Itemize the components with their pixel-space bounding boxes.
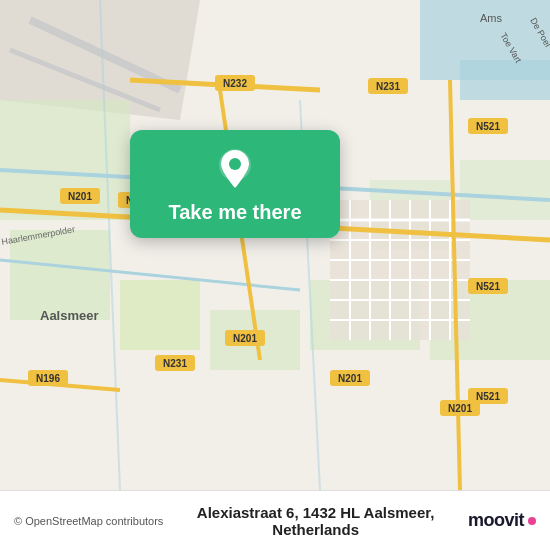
bottom-bar: © OpenStreetMap contributors Alexiastraa… (0, 490, 550, 550)
svg-text:Aalsmeer: Aalsmeer (40, 308, 99, 323)
popup-label: Take me there (168, 200, 301, 224)
svg-text:N521: N521 (476, 391, 500, 402)
svg-rect-13 (460, 160, 550, 220)
map-background: N232 N231 N231 N231 N201 N201 N201 N201 … (0, 0, 550, 490)
moovit-logo-text: moovit (468, 510, 524, 531)
svg-text:N201: N201 (68, 191, 92, 202)
svg-text:Ams: Ams (480, 12, 503, 24)
svg-text:N521: N521 (476, 281, 500, 292)
svg-text:N231: N231 (376, 81, 400, 92)
svg-rect-2 (460, 60, 550, 100)
moovit-logo: moovit (468, 510, 536, 531)
popup-card[interactable]: Take me there (130, 130, 340, 238)
svg-rect-7 (10, 230, 110, 320)
svg-rect-8 (120, 280, 200, 350)
svg-text:N232: N232 (223, 78, 247, 89)
map-container: N232 N231 N231 N231 N201 N201 N201 N201 … (0, 0, 550, 490)
moovit-logo-dot (528, 517, 536, 525)
svg-text:N201: N201 (233, 333, 257, 344)
location-pin-icon (214, 148, 256, 190)
svg-text:N521: N521 (476, 121, 500, 132)
svg-point-68 (229, 158, 241, 170)
svg-text:N231: N231 (163, 358, 187, 369)
svg-text:N201: N201 (448, 403, 472, 414)
svg-text:N196: N196 (36, 373, 60, 384)
address-text: Alexiastraat 6, 1432 HL Aalsmeer, Nether… (173, 504, 458, 538)
copyright-text: © OpenStreetMap contributors (14, 515, 163, 527)
svg-text:N201: N201 (338, 373, 362, 384)
